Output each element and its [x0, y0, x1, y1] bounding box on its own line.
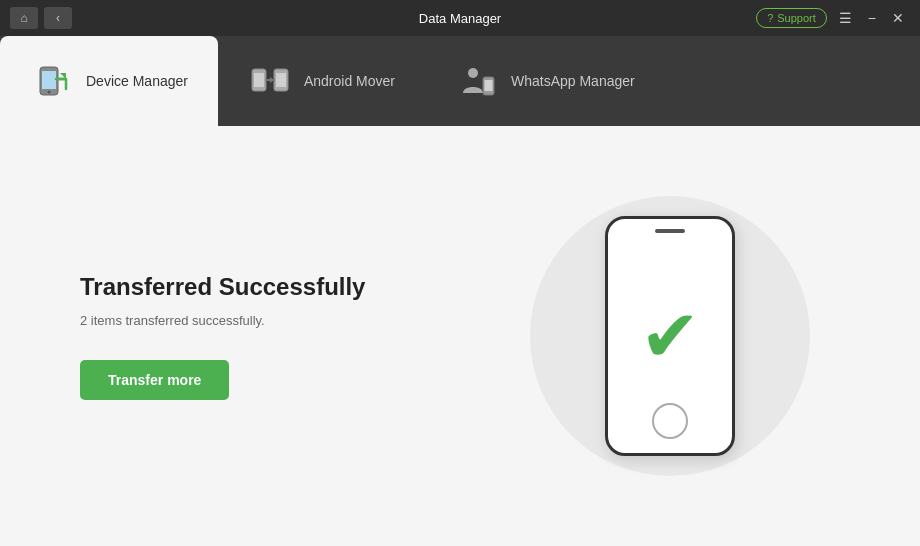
- app-title: Data Manager: [419, 11, 501, 26]
- right-section: ✔: [500, 196, 840, 476]
- android-mover-label: Android Mover: [304, 73, 395, 89]
- home-button[interactable]: ⌂: [10, 7, 38, 29]
- svg-point-9: [468, 68, 478, 78]
- tab-bar: Device Manager Android Mover: [0, 36, 920, 126]
- whatsapp-manager-icon: [455, 59, 499, 103]
- svg-rect-11: [484, 80, 492, 91]
- transfer-more-button[interactable]: Transfer more: [80, 360, 229, 400]
- back-button[interactable]: ‹: [44, 7, 72, 29]
- svg-point-2: [48, 91, 51, 94]
- tab-whatsapp-manager[interactable]: WhatsApp Manager: [425, 36, 665, 126]
- device-manager-label: Device Manager: [86, 73, 188, 89]
- success-title: Transferred Successfully: [80, 273, 500, 301]
- success-subtitle: 2 items transferred successfully.: [80, 313, 500, 328]
- home-icon: ⌂: [20, 11, 27, 25]
- minimize-button[interactable]: −: [862, 8, 882, 28]
- tab-device-manager[interactable]: Device Manager: [0, 36, 218, 126]
- tab-android-mover[interactable]: Android Mover: [218, 36, 425, 126]
- device-manager-icon: [30, 59, 74, 103]
- title-bar-left: ⌂ ‹: [10, 7, 72, 29]
- close-button[interactable]: ✕: [886, 8, 910, 28]
- menu-button[interactable]: ☰: [833, 8, 858, 28]
- window-controls: ☰ − ✕: [833, 8, 910, 28]
- support-icon: ?: [767, 12, 773, 24]
- support-label: Support: [777, 12, 816, 24]
- left-section: Transferred Successfully 2 items transfe…: [80, 273, 500, 400]
- android-mover-icon: [248, 59, 292, 103]
- title-bar-right: ? Support ☰ − ✕: [756, 8, 910, 28]
- whatsapp-manager-label: WhatsApp Manager: [511, 73, 635, 89]
- svg-marker-8: [270, 77, 274, 83]
- checkmark-icon: ✔: [640, 300, 700, 372]
- main-content: Transferred Successfully 2 items transfe…: [0, 126, 920, 546]
- svg-rect-1: [42, 71, 56, 89]
- back-icon: ‹: [56, 11, 60, 25]
- success-illustration-circle: ✔: [530, 196, 810, 476]
- svg-rect-5: [254, 73, 264, 87]
- support-button[interactable]: ? Support: [756, 8, 827, 28]
- phone-illustration: ✔: [605, 216, 735, 456]
- svg-rect-7: [276, 73, 286, 87]
- title-bar: ⌂ ‹ Data Manager ? Support ☰ − ✕: [0, 0, 920, 36]
